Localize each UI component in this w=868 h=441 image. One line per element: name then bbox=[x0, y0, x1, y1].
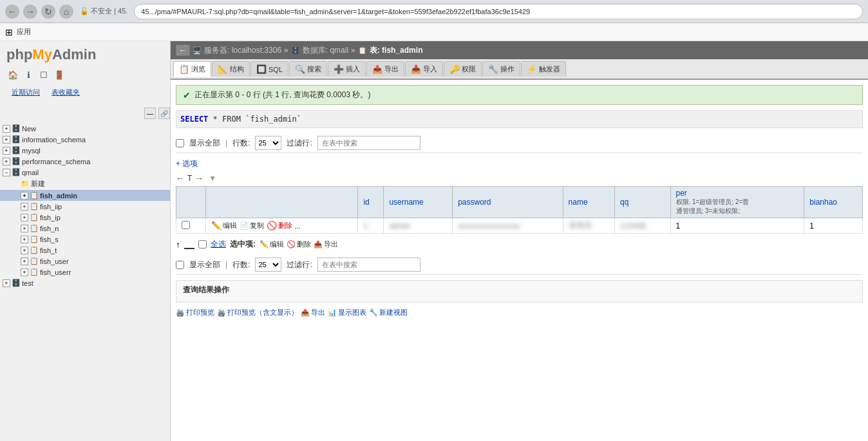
expand-new[interactable]: + bbox=[3, 125, 10, 133]
tree-item-performance_schema[interactable]: + 🗄️ performance_schema bbox=[0, 156, 170, 167]
print-preview1-link[interactable]: 🖨️ 打印预览 bbox=[176, 308, 214, 317]
col-id-link[interactable]: id bbox=[363, 198, 369, 207]
apps-grid-icon[interactable]: ⊞ bbox=[5, 27, 13, 37]
tree-item-new[interactable]: + 🗄️ New bbox=[0, 123, 170, 134]
col-bianhao-link[interactable]: bianhao bbox=[809, 198, 837, 207]
col-name-link[interactable]: name bbox=[569, 198, 588, 207]
col-per-link[interactable]: per bbox=[676, 189, 687, 198]
row-more-button[interactable]: ... bbox=[295, 222, 301, 230]
print-preview2-link[interactable]: 🖨️ 打印预览（含文显示） bbox=[217, 308, 298, 317]
rows-select[interactable]: 25 50 100 250 500 bbox=[255, 136, 281, 150]
expand-fish_user[interactable]: + bbox=[21, 258, 28, 265]
new-view-link[interactable]: 🔧 新建视图 bbox=[369, 308, 408, 317]
tree-item-new_tbl[interactable]: 📁 新建 bbox=[0, 178, 170, 190]
reload-button[interactable]: ↻ bbox=[41, 5, 55, 19]
tree-item-fish_admin[interactable]: + 📋 fish_admin bbox=[0, 190, 170, 201]
col-password-link[interactable]: password bbox=[458, 198, 491, 207]
tree-item-mysql[interactable]: + 🗄️ mysql bbox=[0, 145, 170, 156]
row-copy-button[interactable]: 📄 复制 bbox=[240, 221, 264, 230]
select-all-button[interactable]: 全选 bbox=[211, 239, 226, 250]
tree-item-fish_ip[interactable]: + 📋 fish_ip bbox=[0, 212, 170, 223]
bottom-edit-button[interactable]: ✏️ 编辑 bbox=[259, 239, 284, 249]
export-result-link[interactable]: 📤 导出 bbox=[301, 308, 325, 317]
expand-fish_iip[interactable]: + bbox=[21, 203, 28, 211]
pencil-icon: ✏️ bbox=[211, 221, 222, 230]
expand-performance_schema[interactable]: + bbox=[3, 158, 10, 165]
filter-input-bottom[interactable] bbox=[317, 258, 420, 272]
back-button[interactable]: ← bbox=[5, 5, 19, 19]
col-dropdown-icon[interactable]: ▼ bbox=[209, 174, 216, 183]
expand-fish_s[interactable]: + bbox=[21, 236, 28, 243]
pma-logo: phpMyAdmin bbox=[6, 46, 164, 63]
tab-sql[interactable]: 🔲 SQL bbox=[250, 61, 288, 77]
expand-information_schema[interactable]: + bbox=[3, 136, 10, 144]
address-bar[interactable] bbox=[134, 4, 863, 19]
col-qq-link[interactable]: qq bbox=[620, 198, 628, 207]
row-edit-button[interactable]: ✏️ 编辑 bbox=[211, 221, 237, 230]
tree-item-test[interactable]: + 🗄️ test bbox=[0, 277, 170, 288]
home-button[interactable]: ⌂ bbox=[59, 5, 73, 19]
tab-privileges[interactable]: 🔑 权限 bbox=[444, 61, 482, 77]
collapse-btn[interactable]: — bbox=[144, 108, 156, 119]
tab-import[interactable]: 📥 导入 bbox=[405, 61, 443, 77]
tree-item-fish_userr[interactable]: + 📋 fish_userr bbox=[0, 267, 170, 277]
expand-fish_ip[interactable]: + bbox=[21, 214, 28, 221]
filter-input[interactable] bbox=[317, 136, 420, 150]
tree-item-fish_iip[interactable]: + 📋 fish_iip bbox=[0, 201, 170, 212]
bottom-export-button[interactable]: 📤 导出 bbox=[314, 239, 338, 249]
tab-triggers[interactable]: ⚡ 触发器 bbox=[521, 61, 566, 77]
sql-area: SELECT * FROM `fish_admin` bbox=[176, 110, 863, 128]
tab-export[interactable]: 📤 导出 bbox=[366, 61, 404, 77]
tree-item-fish_t[interactable]: + 📋 fish_t bbox=[0, 245, 170, 256]
tree-item-qmail[interactable]: − 🗄️ qmail bbox=[0, 167, 170, 178]
row-delete-button[interactable]: 🚫 删除 bbox=[267, 221, 292, 230]
rows-select-bottom[interactable]: 25 50 100 bbox=[255, 258, 281, 272]
forward-button[interactable]: → bbox=[23, 5, 37, 19]
show-all-checkbox-bottom[interactable] bbox=[176, 261, 184, 269]
row-checkbox[interactable] bbox=[182, 221, 190, 229]
expand-qmail[interactable]: − bbox=[3, 169, 10, 176]
tab-structure[interactable]: 📐 结构 bbox=[212, 61, 250, 77]
expand-fish_n[interactable]: + bbox=[21, 225, 28, 232]
col-left-arrow[interactable]: ← bbox=[176, 173, 185, 183]
bottom-select-all-checkbox[interactable] bbox=[198, 240, 207, 249]
col-right-arrow[interactable]: → bbox=[194, 173, 203, 183]
breadcrumb-back-button[interactable]: ← bbox=[176, 44, 190, 56]
tbl-icon-fish_n: 📋 bbox=[30, 224, 39, 232]
new-view-icon: 🔧 bbox=[369, 308, 378, 317]
link-btn[interactable]: 🔗 bbox=[158, 108, 170, 119]
options-row[interactable]: + 选项 bbox=[176, 158, 863, 169]
tree-item-fish_n[interactable]: + 📋 fish_n bbox=[0, 223, 170, 234]
logout-icon[interactable]: 🚪 bbox=[53, 68, 66, 81]
success-icon: ✔ bbox=[183, 90, 191, 100]
tab-browse[interactable]: 📋 浏览 bbox=[173, 61, 211, 77]
alert-message: 正在显示第 0 - 0 行 (共 1 行, 查询花费 0.0003 秒。) bbox=[194, 89, 370, 100]
tab-search[interactable]: 🔍 搜索 bbox=[289, 61, 327, 77]
favorites-tab[interactable]: 表收藏夹 bbox=[46, 86, 85, 99]
expand-fish_t[interactable]: + bbox=[21, 247, 28, 254]
col-username-link[interactable]: username bbox=[389, 198, 423, 207]
tab-insert[interactable]: ➕ 插入 bbox=[328, 61, 366, 77]
tree-item-information_schema[interactable]: + 🗄️ information_schema bbox=[0, 134, 170, 145]
expand-fish_admin[interactable]: + bbox=[21, 192, 28, 200]
expand-mysql[interactable]: + bbox=[3, 147, 10, 155]
tree-item-fish_s[interactable]: + 📋 fish_s bbox=[0, 234, 170, 245]
edit-label: 编辑 bbox=[223, 221, 237, 230]
bottom-delete-button[interactable]: 🚫 删除 bbox=[287, 239, 311, 249]
tree-item-fish_user[interactable]: + 📋 fish_user bbox=[0, 256, 170, 267]
home-icon[interactable]: 🏠 bbox=[6, 68, 19, 81]
tbl-icon-fish_user: 📋 bbox=[30, 257, 39, 265]
tree-label-fish_s: fish_s bbox=[40, 236, 59, 243]
tree-label-fish_user: fish_user bbox=[40, 258, 69, 265]
recent-tab[interactable]: 近期访问 bbox=[6, 86, 45, 99]
import-icon: 📥 bbox=[411, 64, 421, 74]
info-icon[interactable]: ℹ bbox=[22, 68, 35, 81]
settings-icon[interactable]: ☐ bbox=[37, 68, 50, 81]
print1-icon: 🖨️ bbox=[176, 308, 185, 317]
expand-test[interactable]: + bbox=[3, 279, 10, 287]
data-table: id username password name qq per 权限. 1=超… bbox=[176, 186, 863, 234]
expand-fish_userr[interactable]: + bbox=[21, 268, 28, 276]
tab-operations[interactable]: 🔧 操作 bbox=[482, 61, 520, 77]
show-all-checkbox[interactable] bbox=[176, 139, 184, 147]
show-chart-link[interactable]: 📊 显示图表 bbox=[328, 308, 366, 317]
